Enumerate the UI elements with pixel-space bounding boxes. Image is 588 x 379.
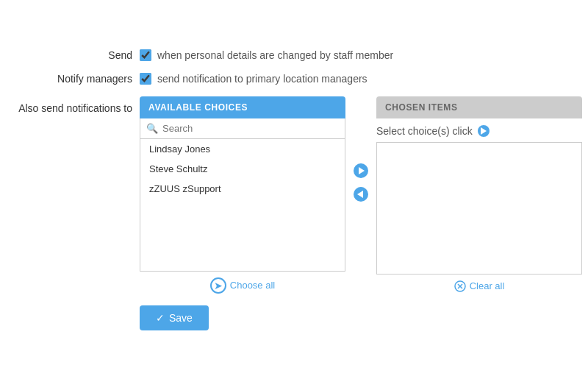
arrows-column [353, 96, 369, 205]
search-box: 🔍 [140, 118, 345, 139]
clear-all-button[interactable]: Clear all [454, 280, 505, 292]
chosen-info: Select choice(s) click [376, 118, 582, 142]
list-item[interactable]: Lindsay Jones [140, 139, 345, 159]
choose-all-icon: ➤ [210, 277, 226, 294]
dual-list-wrapper: AVAILABLE CHOICES 🔍 Lindsay Jones Steve … [140, 96, 582, 294]
save-button[interactable]: ✓ Save [140, 305, 209, 330]
available-header: AVAILABLE CHOICES [140, 96, 345, 118]
send-checkbox-area: when personal details are changed by sta… [140, 49, 393, 61]
clear-all-row: Clear all [376, 280, 582, 292]
choose-all-label: Choose all [230, 280, 275, 291]
send-row: Send when personal details are changed b… [15, 49, 573, 61]
chosen-info-text: Select choice(s) click [376, 125, 473, 137]
notify-checkbox-area: send notification to primary location ma… [140, 73, 368, 85]
search-icon: 🔍 [146, 123, 158, 134]
list-item[interactable]: zZUUS zSupport [140, 179, 345, 199]
send-label: Send [15, 49, 132, 61]
chosen-list-box [376, 142, 582, 274]
search-input[interactable] [162, 123, 339, 134]
also-label: Also send notifications to [15, 96, 132, 114]
notify-label: Notify managers [15, 73, 132, 85]
chosen-arrow-icon [477, 124, 490, 138]
send-text: when personal details are changed by sta… [157, 49, 393, 61]
notify-text: send notification to primary location ma… [157, 73, 368, 85]
chosen-header: CHOSEN ITEMS [376, 96, 582, 118]
notify-row: Notify managers send notification to pri… [15, 73, 573, 85]
notify-checkbox[interactable] [140, 73, 151, 85]
move-left-button[interactable] [353, 186, 369, 205]
available-panel: AVAILABLE CHOICES 🔍 Lindsay Jones Steve … [140, 96, 345, 294]
chosen-panel: CHOSEN ITEMS Select choice(s) click [376, 96, 582, 292]
dual-list-row: Also send notifications to AVAILABLE CHO… [15, 96, 573, 294]
send-checkbox[interactable] [140, 49, 151, 61]
save-row: ✓ Save [140, 305, 573, 330]
save-label: Save [169, 312, 193, 324]
choose-all-row: ➤ Choose all [140, 277, 345, 294]
move-right-button[interactable] [353, 163, 369, 182]
save-checkmark-icon: ✓ [156, 312, 165, 324]
main-container: Send when personal details are changed b… [7, 35, 581, 345]
clear-all-label: Clear all [470, 280, 505, 291]
clear-all-icon [454, 280, 466, 292]
choose-all-button[interactable]: ➤ Choose all [210, 277, 275, 294]
list-item[interactable]: Steve Schultz [140, 159, 345, 179]
available-list-box: Lindsay Jones Steve Schultz zZUUS zSuppo… [140, 139, 345, 272]
